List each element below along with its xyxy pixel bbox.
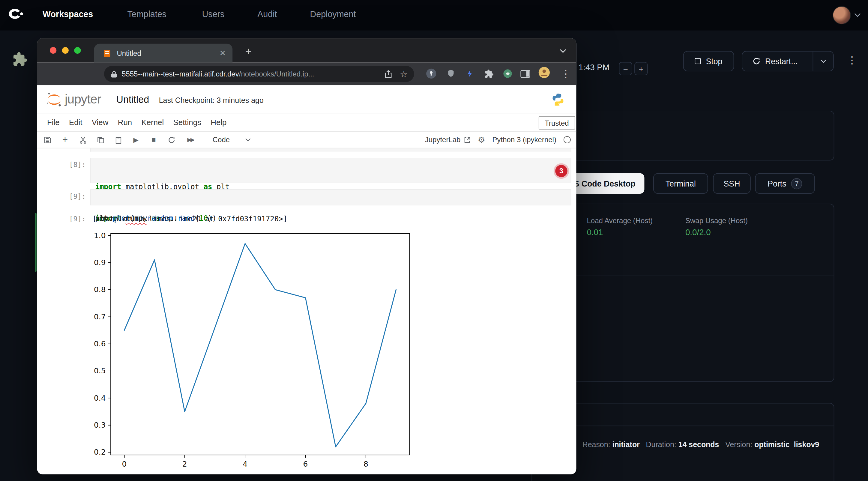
menu-view[interactable]: View xyxy=(92,118,108,127)
screen: Workspaces Templates Users Audit Deploym… xyxy=(0,0,868,481)
maximize-window-button[interactable] xyxy=(74,47,81,54)
browser-profile-avatar[interactable] xyxy=(538,66,550,78)
run-cell-icon[interactable]: ▶ xyxy=(131,135,141,144)
nav-audit[interactable]: Audit xyxy=(257,9,277,19)
coder-logo-icon xyxy=(7,7,24,23)
url-path: /notebooks/Untitled.ip... xyxy=(239,70,314,78)
close-window-button[interactable] xyxy=(50,47,56,54)
minimize-window-button[interactable] xyxy=(62,47,69,54)
green-extension-icon[interactable] xyxy=(501,67,514,80)
menu-edit[interactable]: Edit xyxy=(69,118,83,127)
checkpoint-status: Last Checkpoint: 3 minutes ago xyxy=(159,96,264,105)
user-menu-chevron-icon[interactable] xyxy=(854,12,861,17)
workspace-menu-kebab-icon[interactable]: ⋮ xyxy=(847,56,857,65)
jupyter-logo-icon xyxy=(46,92,62,108)
menu-run[interactable]: Run xyxy=(118,118,132,127)
zoom-in-button[interactable]: + xyxy=(634,62,648,75)
shield-extension-icon[interactable] xyxy=(444,67,457,80)
swap-usage-label: Swap Usage (Host) xyxy=(685,217,748,225)
copy-cell-icon[interactable] xyxy=(96,135,105,144)
nav-templates[interactable]: Templates xyxy=(127,9,166,19)
bolt-extension-icon[interactable] xyxy=(464,67,476,80)
cell-type-dropdown[interactable]: Code xyxy=(213,135,251,144)
svg-text:0.6: 0.6 xyxy=(94,340,106,348)
notebook-title[interactable]: Untitled xyxy=(116,94,149,106)
browser-menu-kebab-icon[interactable]: ⋮ xyxy=(560,67,572,80)
duration-value: 14 seconds xyxy=(678,441,719,449)
nav-deployment[interactable]: Deployment xyxy=(310,9,356,19)
panel-divider xyxy=(532,425,834,426)
new-tab-button[interactable]: + xyxy=(245,46,252,56)
restart-button[interactable]: Restart... xyxy=(742,57,808,66)
ssh-button[interactable]: SSH xyxy=(713,173,751,194)
address-bar[interactable]: 5555--main--test--matifali.atif.cdr.dev … xyxy=(104,66,414,82)
panel-divider xyxy=(532,276,834,276)
svg-text:0: 0 xyxy=(122,460,127,469)
cell9-prompt: [9]: xyxy=(53,192,86,200)
save-icon[interactable] xyxy=(42,135,52,144)
menu-file[interactable]: File xyxy=(47,118,60,127)
menu-kernel[interactable]: Kernel xyxy=(142,118,164,127)
external-link-icon xyxy=(464,136,471,143)
restart-options-button[interactable] xyxy=(812,52,833,71)
svg-text:0.7: 0.7 xyxy=(94,313,106,321)
bookmark-star-icon[interactable]: ☆ xyxy=(400,69,408,79)
svg-text:0.9: 0.9 xyxy=(94,258,106,267)
paste-cell-icon[interactable] xyxy=(113,135,123,144)
notebook-favicon xyxy=(103,49,111,57)
interrupt-kernel-icon[interactable]: ■ xyxy=(149,135,158,144)
svg-text:8: 8 xyxy=(364,460,368,469)
restart-icon xyxy=(752,57,761,65)
zoom-out-button[interactable]: − xyxy=(619,62,632,75)
browser-window: Untitled ✕ + ← → ↻ 5555--main--test--mat… xyxy=(37,38,577,474)
kernel-status-icon[interactable] xyxy=(564,136,571,143)
ports-button[interactable]: Ports 7 xyxy=(755,173,815,194)
svg-text:6: 6 xyxy=(303,460,308,469)
cut-cell-icon[interactable] xyxy=(78,135,87,144)
kernel-name[interactable]: Python 3 (ipykernel) xyxy=(493,135,556,144)
version-value: optimistic_liskov9 xyxy=(754,441,819,449)
restart-label: Restart... xyxy=(765,57,798,66)
jupyter-wordmark: jupyter xyxy=(65,92,101,107)
tab-strip: Untitled ✕ + xyxy=(37,38,577,62)
out9-prompt: [9]: xyxy=(53,215,86,223)
stop-icon xyxy=(695,58,701,64)
clipped-cell-above xyxy=(90,149,571,152)
svg-text:2: 2 xyxy=(182,460,187,469)
matplotlib-line-chart: 0.20.30.40.50.60.70.80.91.002468 xyxy=(83,226,437,474)
collaborator-count-badge[interactable]: 3 xyxy=(555,165,567,177)
puzzle-icon xyxy=(12,52,28,67)
open-jupyterlab-link[interactable]: JupyterLab xyxy=(425,135,471,144)
cell8-prompt: [8]: xyxy=(53,160,86,169)
restart-run-all-icon[interactable]: ▶▶ xyxy=(184,135,197,144)
terminal-button[interactable]: Terminal xyxy=(653,173,708,194)
trusted-button[interactable]: Trusted xyxy=(539,116,575,130)
onepassword-extension-icon[interactable] xyxy=(425,67,437,80)
jupyterlab-label: JupyterLab xyxy=(425,135,461,144)
notebook-toolbar: + ▶ ■ ▶▶ Code xyxy=(37,132,577,148)
restart-kernel-icon[interactable] xyxy=(167,135,176,144)
nav-workspaces[interactable]: Workspaces xyxy=(42,9,93,19)
nav-users[interactable]: Users xyxy=(202,9,225,19)
browser-tab[interactable]: Untitled ✕ xyxy=(94,44,232,63)
svg-text:0.3: 0.3 xyxy=(94,421,106,429)
build-timeline-accent xyxy=(35,213,37,272)
cell9-input[interactable]: plt.plot(np.random.rand(10)) xyxy=(90,189,571,205)
share-icon[interactable] xyxy=(384,70,392,78)
add-cell-icon[interactable]: + xyxy=(60,135,70,144)
tab-title: Untitled xyxy=(117,49,141,57)
tab-close-icon[interactable]: ✕ xyxy=(219,49,226,58)
stop-button[interactable]: Stop xyxy=(683,51,734,71)
tab-search-chevron-icon[interactable] xyxy=(560,49,566,53)
menu-settings[interactable]: Settings xyxy=(173,118,201,127)
workspace-header-panel xyxy=(531,111,834,160)
duration-label: Duration: xyxy=(646,441,676,449)
restart-split-button: Restart... xyxy=(742,51,834,71)
sidebar-toggle-icon[interactable] xyxy=(519,67,531,80)
user-avatar[interactable] xyxy=(833,6,851,24)
reason-label: Reason: xyxy=(583,441,610,449)
settings-gear-icon[interactable]: ⚙ xyxy=(478,135,485,145)
cell8-input[interactable]: import matplotlib.pyplot as plt import n… xyxy=(90,158,571,183)
menu-help[interactable]: Help xyxy=(211,118,226,127)
extensions-puzzle-icon[interactable] xyxy=(483,67,495,80)
